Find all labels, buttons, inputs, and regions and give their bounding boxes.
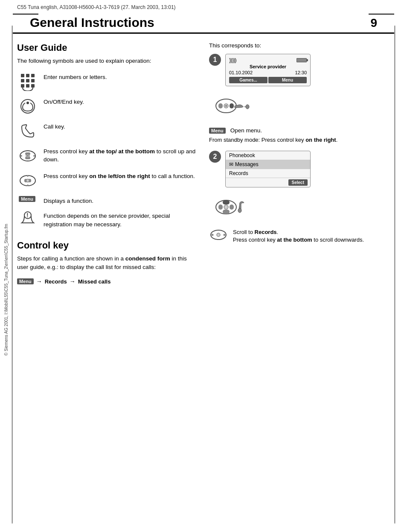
svg-point-16	[20, 155, 22, 157]
svg-rect-6	[21, 84, 24, 88]
svg-point-31	[246, 105, 249, 109]
user-guide-title: User Guide	[17, 42, 196, 53]
svg-rect-30	[225, 105, 227, 107]
control-leftright-svg	[18, 171, 37, 190]
symbol-special: ! Function depends on the service provid…	[17, 211, 196, 230]
svg-rect-34	[230, 205, 234, 210]
menu-icon: Menu	[17, 196, 38, 202]
symbol-control-updown-text: Press control key at the top/ at the bot…	[44, 146, 196, 164]
svg-point-23	[27, 184, 29, 186]
symbol-onoff-text: On/Off/End key.	[44, 97, 84, 106]
special-svg: !	[18, 211, 37, 230]
svg-rect-7	[26, 84, 29, 88]
right-border	[395, 26, 395, 523]
step1-circle: 1	[209, 54, 221, 66]
onoff-svg	[18, 97, 37, 116]
screen-time: 12:30	[295, 70, 307, 75]
pb-row-records: Records	[226, 169, 310, 178]
menu-open-row: Menu Open menu.	[209, 127, 390, 134]
nav-flow: Menu → Records → Missed calls	[17, 278, 196, 285]
symbol-onoff: On/Off/End key.	[17, 97, 196, 116]
sidebar-copyright: © Siemens AG 2001, I:\Mobil\L55\C55_Tuna…	[0, 60, 12, 519]
svg-rect-8	[31, 84, 35, 88]
step1-block: 1 ))))) Service provider 01.10.2002 12:3…	[209, 54, 390, 119]
symbol-menu-text: Displays a function.	[44, 196, 93, 205]
control-updown-svg	[18, 146, 37, 165]
nav-missed-calls-text: Missed calls	[78, 278, 111, 285]
svg-point-42	[217, 233, 220, 237]
select-button[interactable]: Select	[288, 179, 308, 186]
svg-rect-33	[218, 205, 223, 210]
step2-circle: 2	[209, 151, 221, 163]
svg-rect-15	[27, 155, 29, 157]
menu-open-badge: Menu	[209, 128, 226, 134]
call-icon	[17, 122, 38, 140]
screen-signal-row: )))))	[229, 57, 307, 63]
screen-provider: Service provider	[229, 64, 307, 69]
svg-point-40	[212, 234, 214, 236]
svg-rect-28	[230, 103, 234, 108]
pb-row-messages: ✉ Messages	[226, 160, 310, 169]
copyright-text: © Siemens AG 2001, I:\Mobil\L55\C55_Tuna…	[4, 224, 9, 356]
step2-hand	[209, 194, 390, 220]
header-meta-text: C55 Tuna english, A31008-H5600-A1-3-7619…	[17, 4, 176, 10]
pb-select-row: Select	[226, 178, 310, 187]
step2-block: 2 Phonebook ✉ Messages Records Select	[209, 151, 390, 220]
signal-icon: )))))	[229, 57, 236, 63]
top-border-left	[13, 14, 38, 15]
scroll-icon	[209, 228, 228, 243]
svg-rect-5	[31, 79, 35, 82]
corresponds-label: This corresponds to:	[209, 42, 390, 49]
pb-phonebook-label: Phonebook	[229, 152, 255, 158]
symbol-call-text: Call key.	[44, 122, 65, 131]
special-icon: !	[17, 211, 38, 230]
battery-icon	[297, 58, 307, 62]
svg-rect-27	[218, 103, 223, 108]
step1-screen: ))))) Service provider 01.10.2002 12:30 …	[225, 54, 311, 86]
header-meta: C55 Tuna english, A31008-H5600-A1-3-7619…	[0, 0, 407, 12]
page-title-bar: General Instructions 9	[13, 12, 394, 34]
pb-records-label: Records	[229, 170, 248, 176]
symbol-keypad-text: Enter numbers or letters.	[44, 72, 107, 82]
keypad-svg	[18, 72, 37, 91]
from-standby-text: From standby mode: Press control key on …	[209, 136, 390, 144]
envelope-icon: ✉	[229, 161, 233, 167]
left-column: User Guide The following symbols are use…	[17, 42, 196, 285]
symbol-special-text: Function depends on the service provider…	[44, 211, 196, 228]
svg-rect-2	[31, 74, 35, 77]
pb-messages-label: Messages	[235, 161, 259, 167]
main-content: User Guide The following symbols are use…	[0, 34, 407, 293]
svg-point-17	[33, 155, 35, 157]
step1-header: 1 ))))) Service provider 01.10.2002 12:3…	[209, 54, 390, 90]
nav-arrow-2: →	[70, 278, 76, 285]
hand-svg-1	[213, 93, 252, 119]
page-number: 9	[370, 16, 377, 30]
user-guide-section: User Guide The following symbols are use…	[17, 42, 196, 230]
screen-datetime: 01.10.2002 12:30	[229, 70, 307, 75]
symbol-keypad: Enter numbers or letters.	[17, 72, 196, 91]
nav-menu-badge: Menu	[17, 278, 34, 284]
scroll-section: Scroll to Records. Press control key at …	[209, 228, 390, 244]
svg-text:!: !	[26, 212, 29, 219]
svg-point-37	[224, 205, 228, 209]
screen-btn-menu: Menu	[268, 77, 307, 83]
symbol-menu: Menu Displays a function.	[17, 196, 196, 205]
pb-row-phonebook: Phonebook	[226, 151, 310, 160]
svg-rect-0	[21, 74, 24, 77]
control-key-intro: Steps for calling a function are shown i…	[17, 254, 196, 271]
nav-records-text: Records	[45, 278, 67, 285]
keypad-icon	[17, 72, 38, 91]
call-svg	[18, 122, 37, 140]
page-title: General Instructions	[30, 15, 362, 30]
svg-rect-4	[26, 79, 29, 82]
user-guide-intro: The following symbols are used to explai…	[17, 57, 196, 65]
svg-rect-1	[26, 74, 29, 77]
screen-date: 01.10.2002	[229, 70, 253, 75]
step1-hand	[209, 93, 390, 119]
symbol-call: Call key.	[17, 122, 196, 140]
scroll-text-2: Press control key at the bottom to scrol…	[233, 236, 364, 244]
hand-svg-2	[213, 194, 252, 220]
step2-header: 2 Phonebook ✉ Messages Records Select	[209, 151, 390, 191]
right-column: This corresponds to: 1 ))))) Service pro…	[209, 42, 390, 285]
svg-rect-36	[223, 210, 230, 214]
